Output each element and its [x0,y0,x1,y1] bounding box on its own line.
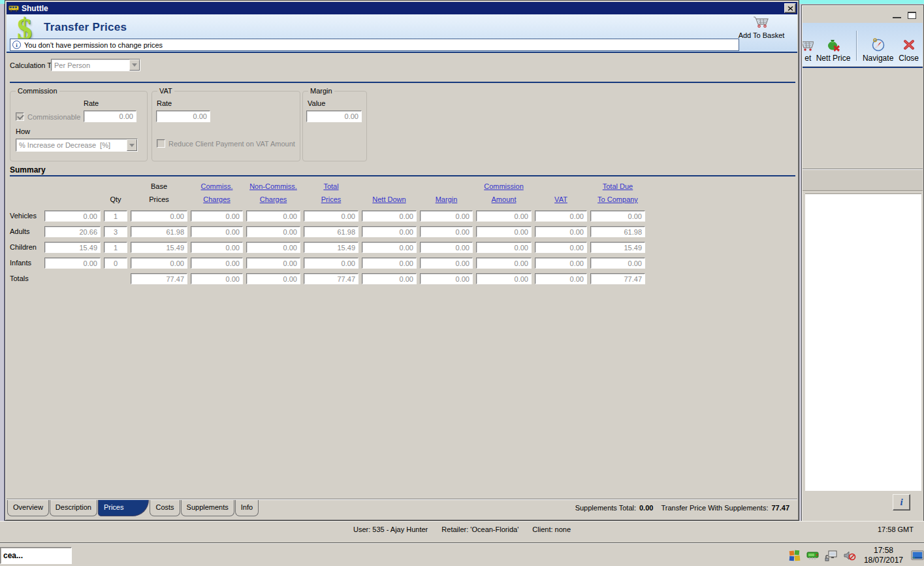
nett-price-button[interactable]: Nett Price [814,27,853,64]
summary-col-commiss-charges-line1[interactable]: Commiss. [191,180,243,193]
summary-field-totals-base-prices[interactable]: 77.47 [131,273,187,284]
summary-col-commission-amount-line1[interactable]: Commission [476,180,532,193]
vat-rate-field[interactable]: 0.00 [156,110,210,122]
summary-field-totals-vat[interactable]: 0.00 [535,273,587,284]
summary-col-nett-down-line2[interactable]: Nett Down [362,193,417,206]
permission-message: You don't have permission to change pric… [24,41,163,49]
summary-field-vehicles-commission-amount[interactable]: 0.00 [476,210,532,222]
tab-description[interactable]: Description [50,500,97,516]
toolbar-divider [803,67,923,68]
summary-field-vehicles-margin[interactable]: 0.00 [420,210,473,222]
summary-field-vehicles-total-due[interactable]: 0.00 [590,210,645,222]
summary-field-infants-base-prices[interactable]: 0.00 [131,258,187,269]
maximize-icon[interactable] [908,12,916,19]
dialog-close-button[interactable] [784,3,796,13]
summary-col-unit-line1 [44,180,101,193]
summary-field-vehicles-commiss-charges[interactable]: 0.00 [191,210,243,222]
summary-col-commiss-charges-line2[interactable]: Charges [191,193,243,206]
summary-field-vehicles-vat[interactable]: 0.00 [535,210,587,222]
summary-field-adults-unit[interactable]: 20.66 [44,226,101,237]
summary-field-adults-nett-down[interactable]: 0.00 [362,226,417,237]
chevron-down-icon[interactable] [127,139,137,151]
summary-col-non-commiss-charges-line2[interactable]: Charges [246,193,300,206]
summary-field-vehicles-nett-down[interactable]: 0.00 [362,210,417,222]
summary-field-infants-non-commiss-charges[interactable]: 0.00 [246,258,300,269]
summary-field-infants-commiss-charges[interactable]: 0.00 [191,258,243,269]
summary-field-children-total-due[interactable]: 15.49 [590,242,645,253]
tab-costs[interactable]: Costs [150,500,180,516]
taskbar-task-button[interactable]: cea... [0,547,72,564]
summary-field-vehicles-qty[interactable]: 1 [104,210,127,222]
display-tray-icon[interactable] [911,549,924,562]
minimize-icon[interactable] [893,12,901,18]
summary-field-adults-commiss-charges[interactable]: 0.00 [191,226,243,237]
summary-field-totals-nett-down[interactable]: 0.00 [362,273,417,284]
summary-field-adults-vat[interactable]: 0.00 [535,226,587,237]
summary-field-adults-total-prices[interactable]: 61.98 [304,226,358,237]
connection-tray-icon[interactable] [825,549,838,562]
summary-field-infants-total-due[interactable]: 0.00 [590,258,645,269]
margin-value-field[interactable]: 0.00 [306,110,362,122]
add-to-basket-button[interactable]: Add To Basket [731,16,791,39]
tab-supplements[interactable]: Supplements [181,500,234,516]
tab-overview[interactable]: Overview [7,500,49,516]
summary-field-children-commiss-charges[interactable]: 0.00 [191,242,243,253]
commission-rate-field[interactable]: 0.00 [84,110,136,122]
summary-field-infants-qty[interactable]: 0 [104,258,127,269]
summary-col-total-prices-line2[interactable]: Prices [304,193,358,206]
summary-field-adults-margin[interactable]: 0.00 [420,226,473,237]
summary-field-totals-total-prices[interactable]: 77.47 [304,273,358,284]
summary-field-children-nett-down[interactable]: 0.00 [362,242,417,253]
tab-info[interactable]: Info [235,500,259,516]
navigate-button[interactable]: Navigate [860,27,896,64]
summary-field-adults-non-commiss-charges[interactable]: 0.00 [246,226,300,237]
basket-button-clipped[interactable]: et [803,27,814,64]
summary-field-adults-commission-amount[interactable]: 0.00 [476,226,532,237]
summary-col-margin-line2[interactable]: Margin [420,193,473,206]
summary-field-infants-vat[interactable]: 0.00 [535,258,587,269]
commissionable-checkbox[interactable] [16,112,24,121]
summary-col-total-due-line1[interactable]: Total Due [590,180,645,193]
summary-field-totals-margin[interactable]: 0.00 [420,273,473,284]
summary-field-children-non-commiss-charges[interactable]: 0.00 [246,242,300,253]
summary-field-totals-commission-amount[interactable]: 0.00 [476,273,532,284]
calculation-type-select[interactable]: Per Person [51,59,140,71]
summary-field-infants-margin[interactable]: 0.00 [420,258,473,269]
summary-field-children-base-prices[interactable]: 15.49 [131,242,187,253]
summary-col-non-commiss-charges-line1[interactable]: Non-Commiss. [246,180,300,193]
summary-col-commission-amount-line2[interactable]: Amount [476,193,532,206]
summary-col-total-due-line2[interactable]: To Company [590,193,645,206]
summary-field-infants-unit[interactable]: 0.00 [44,258,101,269]
summary-field-adults-total-due[interactable]: 61.98 [590,226,645,237]
summary-col-total-prices-line1[interactable]: Total [304,180,358,193]
summary-field-vehicles-total-prices[interactable]: 0.00 [304,210,358,222]
reduce-vat-checkbox[interactable] [157,139,165,148]
summary-field-children-qty[interactable]: 1 [104,242,127,253]
summary-field-vehicles-base-prices[interactable]: 0.00 [131,210,187,222]
muted-speaker-tray-icon[interactable] [843,549,856,562]
commission-how-select[interactable]: % Increase or Decrease [%] [16,139,138,152]
summary-field-vehicles-non-commiss-charges[interactable]: 0.00 [246,210,300,222]
tab-prices[interactable]: Prices [98,500,150,516]
info-button[interactable]: i [893,494,910,510]
summary-field-children-total-prices[interactable]: 15.49 [304,242,358,253]
summary-field-children-margin[interactable]: 0.00 [420,242,473,253]
summary-field-totals-non-commiss-charges[interactable]: 0.00 [246,273,300,284]
taskbar-clock: 17:58 18/07/2017 [864,546,903,565]
summary-field-vehicles-unit[interactable]: 0.00 [44,210,101,222]
summary-field-adults-qty[interactable]: 3 [104,226,127,237]
summary-field-totals-total-due[interactable]: 77.47 [590,273,645,284]
summary-field-children-vat[interactable]: 0.00 [535,242,587,253]
summary-col-vat-line2[interactable]: VAT [535,193,587,206]
network-card-tray-icon[interactable] [806,549,820,562]
summary-field-totals-commiss-charges[interactable]: 0.00 [191,273,243,284]
chevron-down-icon[interactable] [129,59,140,71]
summary-field-children-unit[interactable]: 15.49 [44,242,101,253]
summary-field-infants-commission-amount[interactable]: 0.00 [476,258,532,269]
summary-field-adults-base-prices[interactable]: 61.98 [131,226,187,237]
close-button[interactable]: Close [896,27,921,64]
summary-field-children-commission-amount[interactable]: 0.00 [476,242,532,253]
antivirus-tray-icon[interactable] [788,549,801,562]
summary-field-infants-nett-down[interactable]: 0.00 [362,258,417,269]
summary-field-infants-total-prices[interactable]: 0.00 [304,258,358,269]
